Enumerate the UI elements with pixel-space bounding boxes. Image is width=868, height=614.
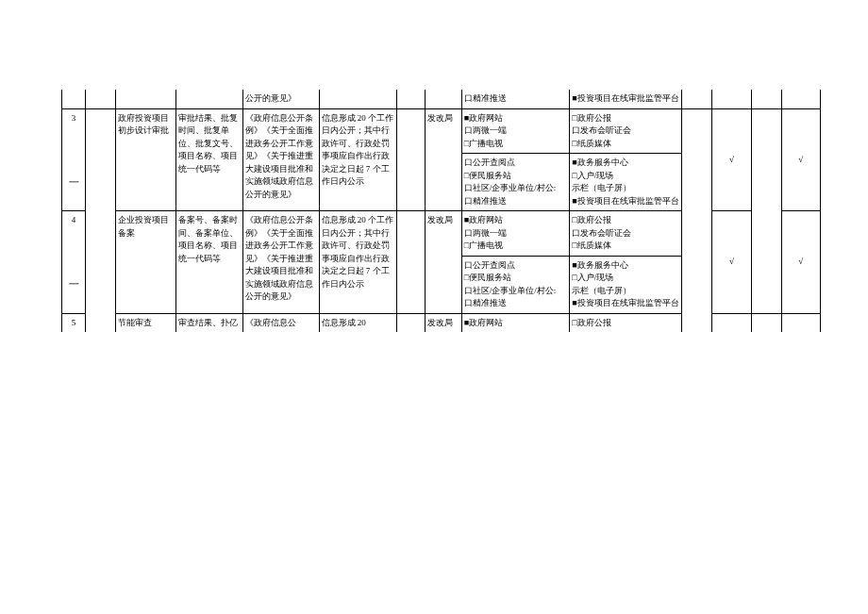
cell-empty (396, 313, 425, 332)
cell-channel-right: □政府公报 (570, 313, 682, 332)
cell-timing (319, 90, 396, 108)
cell-check (781, 313, 820, 332)
cell-timing: 信息形成 20 个工作日内公开；其中行政许可、行政处罚事项应自作出行政决定之日起… (319, 211, 396, 314)
cell-channel-right-a: □政府公报 口发布会听证会 □纸质媒体 (570, 211, 682, 257)
cell-content: 审批结果、批复时间、批复单位、批复文号、项目名称、项目统一代码等 (176, 108, 243, 211)
cell-channel-right-b: ■政务服务中心 □入户/现场 示栏（电子屏） ■投资项目在线审批监管平台 (570, 256, 682, 313)
cell-num: 4 (62, 211, 86, 257)
cell-num: 3 (62, 108, 86, 154)
cell-empty (86, 211, 116, 314)
cell-content: 备案号、备案时间、备案单位、项目名称、项目统一代码等 (176, 211, 243, 314)
cell-check (712, 313, 751, 332)
cell-dept: 发改局 (425, 108, 461, 211)
cell-check (781, 90, 820, 108)
cell-basis: 《政府信息公开条例》《关于全面推进政务公开工作意 见》《关于推进重大建设项目批准… (243, 108, 319, 211)
cell-empty (751, 108, 781, 211)
cell-channel-left-b: 口公开查阅点 □便民服务站 口社区/企事业单位/村公: 口精准推送 (461, 256, 570, 313)
cell-basis: 《政府信息公 (243, 313, 319, 332)
cell-basis: 《政府信息公开条例》《关于全面推进政务公开工作意 见》《关于推进重大建设项目批准… (243, 211, 319, 314)
cell-empty (682, 313, 712, 332)
table-row: 5 节能审查 审查结果、扑亿 《政府信息公 信息形成 20 发改局 ■政府网站 … (62, 313, 821, 332)
cell-content (176, 90, 243, 108)
table-row: 4 企业投资项目备案 备案号、备案时间、备案单位、项目名称、项目统一代码等 《政… (62, 211, 821, 257)
cell-channel-left: 口精准推送 (461, 90, 570, 108)
cell-channel-left-b: 口公开查阅点 □便民服务站 口社区/企事业单位/村公: 口精准推送 (461, 154, 570, 211)
cell-empty (86, 313, 116, 332)
cell-timing: 信息形成 20 (319, 313, 396, 332)
cell-dept: 发改局 (425, 211, 461, 314)
cell-channel-right-a: □政府公报 口发布会听证会 □纸质媒体 (570, 108, 682, 154)
cell-check: √ (712, 211, 751, 314)
cell-empty (751, 313, 781, 332)
cell-check: √ (781, 211, 820, 314)
cell-num-sub: 一 (62, 154, 86, 211)
cell-check (712, 90, 751, 108)
document-page: 公开的意见》 口精准推送 ■投资项目在线审批监管平台 3 政府投资项目初步设计审… (0, 0, 868, 614)
cell-check: √ (712, 108, 751, 211)
table-row: 公开的意见》 口精准推送 ■投资项目在线审批监管平台 (62, 90, 821, 108)
cell-empty (86, 90, 116, 108)
cell-empty (396, 211, 425, 314)
cell-name: 节能审查 (116, 313, 176, 332)
cell-timing: 信息形成 20 个工作日内公开；其中行政许可、行政处罚事项应自作出行政决定之日起… (319, 108, 396, 211)
cell-num (62, 90, 86, 108)
cell-name: 企业投资项目备案 (116, 211, 176, 314)
cell-dept: 发改局 (425, 313, 461, 332)
cell-channel-left: ■政府网站 (461, 313, 570, 332)
cell-empty (682, 211, 712, 314)
cell-empty (396, 90, 425, 108)
cell-channel-left-a: ■政府网站 口两微一端 □广播电视 (461, 108, 570, 154)
cell-empty (86, 108, 116, 211)
cell-name: 政府投资项目初步设计审批 (116, 108, 176, 211)
cell-empty (751, 90, 781, 108)
cell-name (116, 90, 176, 108)
cell-check: √ (781, 108, 820, 211)
cell-empty (682, 90, 712, 108)
cell-empty (751, 211, 781, 314)
cell-channel-left-a: ■政府网站 口两微一端 □广播电视 (461, 211, 570, 257)
cell-empty (396, 108, 425, 211)
table-row: 3 政府投资项目初步设计审批 审批结果、批复时间、批复单位、批复文号、项目名称、… (62, 108, 821, 154)
cell-num-sub: 一 (62, 256, 86, 313)
cell-channel-right-b: ■政务服务中心 □入户/现场 示栏（电子屏） ■投资项目在线审批监管平台 (570, 154, 682, 211)
cell-basis: 公开的意见》 (243, 90, 319, 108)
cell-num: 5 (62, 313, 86, 332)
cell-dept (425, 90, 461, 108)
disclosure-table: 公开的意见》 口精准推送 ■投资项目在线审批监管平台 3 政府投资项目初步设计审… (61, 90, 821, 332)
cell-channel-right: ■投资项目在线审批监管平台 (570, 90, 682, 108)
cell-empty (682, 108, 712, 211)
cell-content: 审查结果、扑亿 (176, 313, 243, 332)
